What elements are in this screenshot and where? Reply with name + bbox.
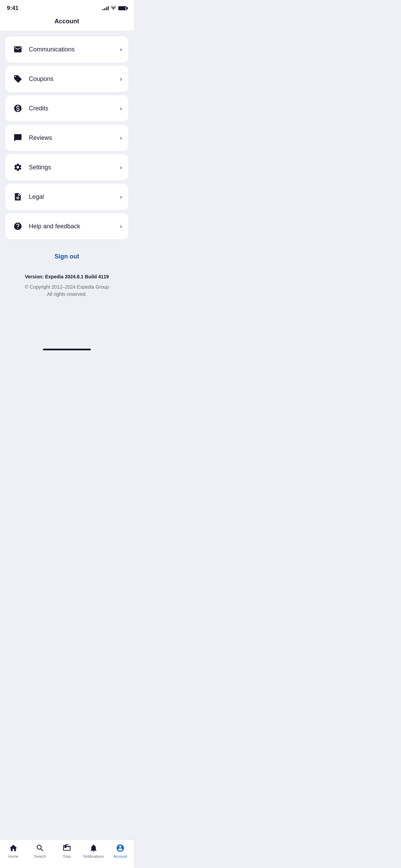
settings-chevron: ›	[120, 164, 122, 171]
menu-item-settings[interactable]: Settings ›	[5, 154, 128, 180]
communications-chevron: ›	[120, 46, 122, 53]
menu-item-coupons[interactable]: Coupons ›	[5, 66, 128, 92]
settings-label: Settings	[29, 164, 120, 171]
menu-item-credits[interactable]: Credits ›	[5, 95, 128, 121]
communications-label: Communications	[29, 46, 120, 53]
sign-out-section: Sign out	[0, 243, 134, 267]
reviews-icon	[12, 132, 24, 144]
status-time: 9:41	[7, 5, 19, 12]
signal-icon	[102, 6, 109, 10]
credits-icon	[12, 102, 24, 114]
menu-item-reviews[interactable]: Reviews ›	[5, 125, 128, 151]
credits-label: Credits	[29, 105, 120, 112]
reviews-chevron: ›	[120, 134, 122, 142]
status-bar: 9:41	[0, 0, 134, 14]
coupon-icon	[12, 73, 24, 85]
wifi-icon	[111, 5, 116, 11]
menu-item-help[interactable]: Help and feedback ›	[5, 213, 128, 239]
help-icon	[12, 220, 24, 232]
sign-out-button[interactable]: Sign out	[54, 253, 79, 260]
legal-chevron: ›	[120, 193, 122, 201]
email-icon	[12, 43, 24, 56]
status-icons	[102, 5, 127, 11]
version-text: Version: Expedia 2024.8.1 Build 4119	[5, 274, 128, 279]
menu-item-communications[interactable]: Communications ›	[5, 36, 128, 62]
help-label: Help and feedback	[29, 223, 120, 230]
version-section: Version: Expedia 2024.8.1 Build 4119 © C…	[0, 267, 134, 312]
battery-icon	[118, 6, 127, 10]
legal-icon	[12, 191, 24, 203]
page-title: Account	[54, 18, 79, 25]
home-indicator	[43, 349, 91, 350]
main-content: Communications › Coupons › Credits › Rev…	[0, 31, 134, 239]
coupons-chevron: ›	[120, 75, 122, 83]
settings-icon	[12, 161, 24, 173]
legal-label: Legal	[29, 193, 120, 201]
page-header: Account	[0, 14, 134, 31]
coupons-label: Coupons	[29, 75, 120, 83]
menu-item-legal[interactable]: Legal ›	[5, 184, 128, 210]
help-chevron: ›	[120, 223, 122, 230]
copyright-text: © Copyright 2012–2024 Expedia GroupAll r…	[5, 284, 128, 298]
reviews-label: Reviews	[29, 134, 120, 142]
credits-chevron: ›	[120, 105, 122, 112]
